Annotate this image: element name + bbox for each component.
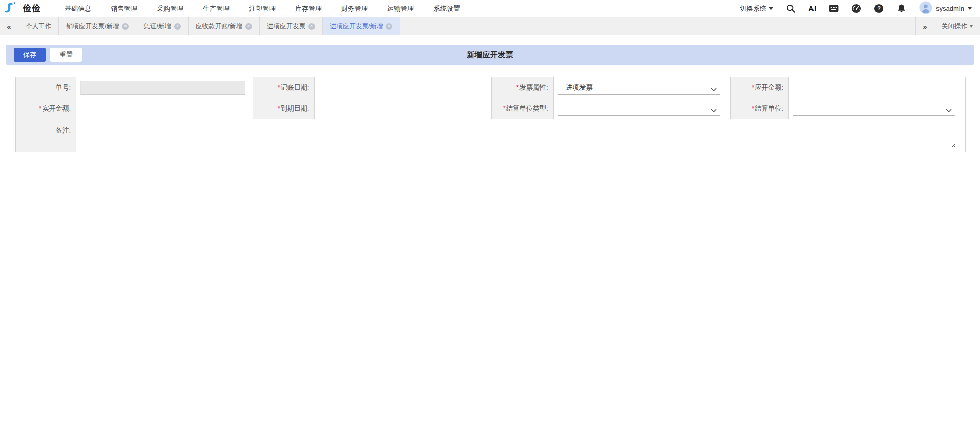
- switch-system-dropdown[interactable]: 切换系统: [740, 4, 773, 13]
- payable-amount-cell: [788, 77, 965, 98]
- tab-input-invoice-list[interactable]: 进项应开发票: [260, 17, 323, 35]
- settle-unit-label-cell: *结算单位:: [730, 98, 788, 119]
- payable-amount-label: 应开金额:: [755, 83, 783, 91]
- caret-down-icon: [769, 7, 773, 10]
- tab-close-icon[interactable]: [245, 23, 252, 30]
- tab-label: 凭证/新增: [143, 22, 171, 31]
- settle-unit-type-select[interactable]: [558, 102, 720, 116]
- settle-unit-cell: [788, 98, 965, 119]
- tab-close-icon[interactable]: [386, 23, 392, 30]
- switch-system-label: 切换系统: [740, 4, 766, 13]
- chevron-down-icon: [946, 106, 952, 114]
- menu-item-sales[interactable]: 销售管理: [111, 4, 137, 13]
- close-operations-label: 关闭操作: [942, 22, 967, 31]
- keyboard-icon[interactable]: [829, 4, 839, 13]
- brand-name: 俭俭: [23, 3, 41, 14]
- booking-date-cell: [315, 77, 491, 98]
- reset-button[interactable]: 重置: [50, 48, 82, 62]
- open-tabs-bar: « 个人工作 销项应开发票/新增 凭证/新增 应收款开账/新增 进项应开发票 进…: [0, 17, 980, 35]
- form-action-band: 保存 重置 新增应开发票: [6, 45, 974, 65]
- tabs-scroll-right-button[interactable]: »: [915, 17, 934, 35]
- save-button[interactable]: 保存: [14, 48, 46, 62]
- tabbar-spacer: [400, 17, 915, 35]
- required-marker: *: [752, 84, 754, 91]
- tab-label: 进项应开发票/新增: [330, 22, 383, 31]
- tab-label: 应收款开账/新增: [196, 22, 242, 31]
- due-date-input[interactable]: [319, 102, 479, 115]
- actual-amount-cell: [76, 98, 253, 119]
- dashboard-gauge-icon[interactable]: [851, 4, 861, 13]
- booking-date-input[interactable]: [319, 81, 479, 94]
- booking-date-label-cell: *记账日期:: [253, 77, 315, 98]
- payable-amount-label-cell: *应开金额:: [730, 77, 788, 98]
- due-date-label-cell: *到期日期:: [253, 98, 315, 119]
- actual-amount-label: 实开金额:: [42, 104, 71, 112]
- chevron-down-icon: [711, 85, 717, 93]
- tab-sales-invoice-new[interactable]: 销项应开发票/新增: [59, 17, 136, 35]
- username-label: sysadmin: [936, 5, 964, 12]
- tabs-scroll-left-button[interactable]: «: [0, 17, 18, 35]
- invoice-type-value: 进项发票: [566, 83, 593, 92]
- ai-assistant-button[interactable]: AI: [808, 4, 816, 13]
- required-marker: *: [278, 84, 280, 91]
- menu-item-system-settings[interactable]: 系统设置: [433, 4, 460, 13]
- bell-icon[interactable]: [896, 4, 906, 13]
- brand-logo-icon: [4, 1, 17, 16]
- due-date-label: 到期日期:: [281, 104, 309, 112]
- required-marker: *: [516, 84, 519, 91]
- menu-item-injection[interactable]: 注塑管理: [249, 4, 276, 13]
- actual-amount-label-cell: *实开金额:: [16, 98, 76, 119]
- topbar-right-cluster: 切换系统 AI: [740, 1, 980, 16]
- brand[interactable]: 俭俭: [4, 1, 41, 16]
- main-content: 保存 重置 新增应开发票 单号: *记账日期: *发票属性:: [0, 45, 980, 152]
- doc-no-input: [80, 81, 245, 95]
- payable-amount-input[interactable]: [793, 81, 954, 94]
- tab-close-icon[interactable]: [308, 23, 315, 30]
- doc-no-label: 单号:: [55, 83, 71, 91]
- menu-item-inventory[interactable]: 库存管理: [295, 4, 322, 13]
- invoice-type-label-cell: *发票属性:: [491, 77, 553, 98]
- tab-close-icon[interactable]: [174, 23, 181, 30]
- invoice-type-label: 发票属性:: [519, 83, 548, 91]
- menu-item-production[interactable]: 生产管理: [203, 4, 230, 13]
- settle-unit-type-label: 结算单位类型:: [506, 104, 548, 112]
- menu-item-basic-info[interactable]: 基础信息: [65, 4, 91, 13]
- caret-down-icon: [970, 25, 973, 28]
- required-marker: *: [752, 105, 754, 112]
- settle-unit-select[interactable]: [793, 102, 955, 116]
- search-icon[interactable]: [786, 4, 796, 13]
- svg-text:?: ?: [877, 5, 881, 11]
- tab-label: 销项应开发票/新增: [66, 22, 119, 31]
- tabbar-right-controls: » 关闭操作: [915, 17, 980, 35]
- tab-personal-work[interactable]: 个人工作: [18, 17, 59, 35]
- remark-cell: [76, 119, 966, 152]
- menu-item-transport[interactable]: 运输管理: [387, 4, 414, 13]
- top-navigation-bar: 俭俭 基础信息 销售管理 采购管理 生产管理 注塑管理 库存管理 财务管理 运输…: [0, 0, 980, 17]
- tab-label: 进项应开发票: [267, 22, 305, 31]
- doc-no-cell: [76, 77, 253, 98]
- required-marker: *: [39, 105, 42, 112]
- due-date-cell: [315, 98, 491, 119]
- menu-item-purchasing[interactable]: 采购管理: [157, 4, 183, 13]
- caret-down-icon: [968, 7, 972, 10]
- tab-close-icon[interactable]: [122, 23, 129, 30]
- remark-label: 备注:: [55, 126, 71, 134]
- menu-item-finance[interactable]: 财务管理: [341, 4, 368, 13]
- tab-receivable-opening-new[interactable]: 应收款开账/新增: [189, 17, 260, 35]
- tab-label: 个人工作: [26, 22, 51, 31]
- user-menu[interactable]: sysadmin: [919, 1, 972, 16]
- chevron-down-icon: [711, 106, 717, 114]
- required-marker: *: [503, 105, 506, 112]
- actual-amount-input[interactable]: [80, 102, 241, 115]
- tab-input-invoice-new-active[interactable]: 进项应开发票/新增: [323, 17, 400, 35]
- tab-voucher-new[interactable]: 凭证/新增: [136, 17, 188, 35]
- page-title: 新增应开发票: [467, 50, 513, 60]
- remark-label-cell: 备注:: [16, 119, 76, 152]
- invoice-type-select[interactable]: 进项发票: [558, 81, 720, 95]
- avatar: [919, 1, 932, 16]
- required-marker: *: [278, 105, 280, 112]
- close-operations-dropdown[interactable]: 关闭操作: [934, 17, 980, 35]
- settle-unit-label: 结算单位:: [755, 104, 783, 112]
- remark-textarea[interactable]: [80, 123, 956, 148]
- help-icon[interactable]: ?: [874, 4, 884, 13]
